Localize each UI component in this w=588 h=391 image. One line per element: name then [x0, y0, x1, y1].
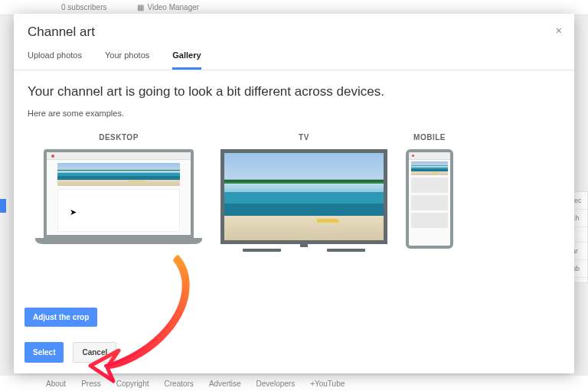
subtext: Here are some examples. [28, 109, 560, 118]
tab-upload-photos[interactable]: Upload photos [28, 51, 82, 70]
preview-label-tv: TV [299, 133, 309, 142]
footer-link[interactable]: +YouTube [310, 380, 345, 388]
cursor-icon: ➤ [70, 207, 77, 217]
modal-footer: Adjust the crop Select Cancel [14, 298, 574, 373]
adjust-crop-button[interactable]: Adjust the crop [24, 308, 97, 327]
modal-title: Channel art [28, 24, 560, 40]
tab-gallery[interactable]: Gallery [172, 51, 201, 70]
grid-icon: ▦ [137, 3, 144, 11]
mobile-block [411, 195, 448, 210]
tabs: Upload photos Your photos Gallery [14, 40, 574, 70]
channel-art-modal: × Channel art Upload photos Your photos … [14, 14, 574, 373]
mobile-block [411, 178, 448, 193]
tab-your-photos[interactable]: Your photos [105, 51, 149, 70]
modal-body: Your channel art is going to look a bit … [14, 70, 574, 298]
mobile-topbar [409, 152, 450, 160]
cancel-button[interactable]: Cancel [73, 342, 116, 363]
footer-link[interactable]: Press [81, 380, 101, 388]
footer-link[interactable]: Creators [165, 380, 194, 388]
footer-link[interactable]: Developers [256, 380, 296, 388]
laptop-mockup: ➤ [35, 149, 202, 244]
mobile-block [411, 213, 448, 228]
footer-link[interactable]: Advertise [209, 380, 241, 388]
close-button[interactable]: × [556, 24, 562, 37]
laptop-screen: ➤ [44, 149, 194, 238]
logo-icon [51, 155, 54, 158]
preview-label-mobile: MOBILE [413, 133, 446, 142]
device-previews: DESKTOP ➤ TV [28, 133, 560, 252]
tv-mockup [220, 149, 387, 252]
footer-link[interactable]: Copyright [116, 380, 149, 388]
bg-header: 0 subscribers ▦ Video Manager [0, 0, 588, 15]
preview-tv: TV [220, 133, 387, 252]
laptop-topbar [47, 152, 191, 160]
subscriber-count: 0 subscribers [61, 3, 106, 11]
tv-neck [300, 244, 308, 247]
headline: Your channel art is going to look a bit … [28, 84, 560, 99]
modal-header: Channel art [14, 14, 574, 40]
tv-stand [220, 249, 387, 252]
bg-footer: About Press Copyright Creators Advertise… [0, 376, 588, 391]
preview-label-desktop: DESKTOP [99, 133, 139, 142]
tv-screen [220, 149, 387, 244]
preview-mobile: MOBILE [406, 133, 453, 249]
mobile-mockup [406, 149, 453, 249]
bg-left-indicator [0, 199, 6, 213]
footer-link[interactable]: About [46, 380, 66, 388]
mobile-banner [411, 161, 448, 175]
laptop-banner [57, 163, 180, 186]
preview-desktop: DESKTOP ➤ [35, 133, 202, 244]
laptop-base [35, 238, 202, 244]
select-button[interactable]: Select [24, 342, 64, 363]
video-manager-link[interactable]: ▦ Video Manager [137, 3, 199, 11]
